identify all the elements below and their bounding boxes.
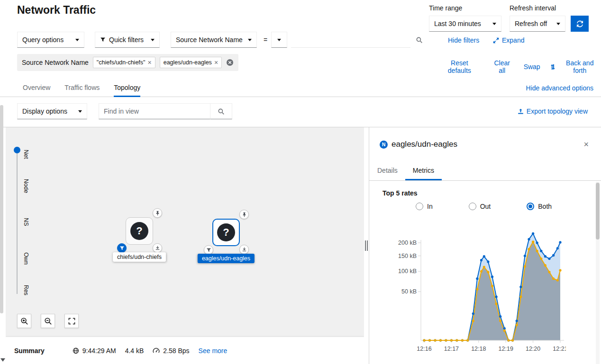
pin-badge[interactable] <box>239 210 249 219</box>
query-options-dropdown[interactable]: Query options <box>17 32 84 48</box>
see-more-link[interactable]: See more <box>199 347 228 355</box>
step-into-badge[interactable] <box>239 245 249 254</box>
tab-topology[interactable]: Topology <box>114 80 140 97</box>
step-into-icon <box>155 246 160 251</box>
swap-link[interactable]: Swap <box>524 63 540 71</box>
filter-badge[interactable] <box>117 243 127 253</box>
filter-column-value: Source Network Name <box>176 36 243 44</box>
times-circle-icon <box>226 59 234 66</box>
quick-filters-label: Quick filters <box>109 36 144 44</box>
quick-filters-dropdown[interactable]: Quick filters <box>95 32 160 48</box>
scale-label-res: Res <box>23 285 29 295</box>
tab-traffic-flows[interactable]: Traffic flows <box>64 80 100 97</box>
search-button[interactable] <box>411 33 427 46</box>
unknown-node-icon: ? <box>217 223 235 241</box>
drawer-header: N eagles/udn-eagles × <box>369 127 601 161</box>
topology-canvas[interactable]: Net Node NS Own Res ? chiefs/udn-chief <box>6 127 364 364</box>
expand-icon <box>493 37 499 44</box>
chevron-down-icon <box>75 39 79 41</box>
refresh-interval-value: Refresh off <box>515 20 547 27</box>
export-topology-link[interactable]: Export topology view <box>518 107 588 115</box>
export-label: Export topology view <box>527 107 588 115</box>
sync-icon <box>576 20 583 27</box>
direction-radios: In Out Both <box>416 203 590 210</box>
filter-icon <box>119 246 125 251</box>
zoom-in-icon <box>20 317 28 325</box>
fit-to-screen-button[interactable] <box>64 314 79 328</box>
scrollbar-thumb[interactable] <box>596 183 600 240</box>
network-traffic-app: Network Traffic Time range Last 30 minut… <box>0 0 601 364</box>
filter-chip: eagles/udn-eagles × <box>160 57 222 68</box>
filter-column-dropdown[interactable]: Source Network Name <box>171 32 257 48</box>
node-shape[interactable]: ? <box>212 219 240 246</box>
step-into-icon <box>242 247 247 252</box>
radio-out-label: Out <box>480 203 491 210</box>
back-and-forth-label: Back and forth <box>559 59 601 74</box>
tab-details[interactable]: Details <box>370 161 405 180</box>
radio-circle-icon <box>416 203 423 210</box>
zoom-in-button[interactable] <box>17 314 31 328</box>
topology-node-chiefs[interactable]: ? chiefs/udn-chiefs <box>126 217 153 245</box>
chevron-down-icon <box>151 39 155 41</box>
chevron-down-icon <box>556 23 560 25</box>
radio-in[interactable]: In <box>416 203 433 210</box>
page-scrollbar-thumb[interactable] <box>0 105 3 313</box>
radio-out[interactable]: Out <box>469 203 491 210</box>
node-shape[interactable]: ? <box>126 217 153 245</box>
drawer-title: eagles/udn-eagles <box>392 140 580 149</box>
refresh-button[interactable] <box>571 16 589 32</box>
scale-label-node: Node <box>23 179 29 193</box>
topology-node-eagles[interactable]: ? eagles/udn-eagles <box>212 219 240 246</box>
back-and-forth-link[interactable]: Back and forth <box>550 59 601 74</box>
filter-comparison-dropdown[interactable] <box>271 32 287 48</box>
filter-value-input[interactable] <box>291 32 410 48</box>
find-search-button[interactable] <box>210 103 232 119</box>
filter-icon <box>100 37 106 43</box>
chevron-down-icon <box>78 110 82 113</box>
svg-text:100 kB: 100 kB <box>398 268 417 275</box>
remove-chip-icon[interactable]: × <box>148 59 152 66</box>
step-into-badge[interactable] <box>153 243 162 253</box>
zoom-slider-track[interactable] <box>17 148 18 294</box>
node-label[interactable]: chiefs/udn-chiefs <box>113 252 166 262</box>
svg-text:12:16: 12:16 <box>417 346 431 352</box>
zoom-out-button[interactable] <box>41 314 55 328</box>
filter-badge[interactable] <box>204 245 213 255</box>
udn-badge-icon: N <box>380 141 388 149</box>
clear-chip-group-icon[interactable] <box>226 59 234 66</box>
svg-text:50 kB: 50 kB <box>401 288 417 295</box>
filter-chip-group: Source Network Name "chiefs/udn-chiefs" … <box>17 54 238 71</box>
export-icon <box>518 108 524 115</box>
gauge-icon <box>153 347 160 354</box>
close-drawer-icon[interactable]: × <box>583 140 589 150</box>
scale-label-ns: NS <box>23 218 29 226</box>
hide-filters-link[interactable]: Hide filters <box>448 36 479 44</box>
panel-scrollbar[interactable] <box>596 182 600 364</box>
radio-both[interactable]: Both <box>527 203 552 210</box>
pin-badge[interactable] <box>153 208 162 218</box>
chevron-down-icon <box>277 39 281 41</box>
svg-text:150 kB: 150 kB <box>398 253 417 259</box>
display-options-dropdown[interactable]: Display options <box>17 103 87 119</box>
clear-all-link[interactable]: Clear all <box>490 59 514 74</box>
remove-chip-icon[interactable]: × <box>214 59 218 66</box>
query-options-label: Query options <box>22 36 64 44</box>
time-range-value: Last 30 minutes <box>434 20 481 27</box>
find-in-view-input[interactable] <box>99 103 210 119</box>
reset-defaults-link[interactable]: Reset defaults <box>438 59 481 74</box>
metrics-content: Top 5 rates In Out Both <box>369 181 601 210</box>
fullscreen-icon <box>68 318 75 325</box>
tab-overview[interactable]: Overview <box>23 80 50 97</box>
tab-metrics[interactable]: Metrics <box>405 161 442 180</box>
svg-text:12:21: 12:21 <box>553 346 566 352</box>
time-range-label: Time range <box>429 4 462 12</box>
chevron-down-icon <box>248 39 252 41</box>
time-range-select[interactable]: Last 30 minutes <box>429 16 501 32</box>
zoom-slider-handle[interactable] <box>14 147 20 153</box>
expand-link[interactable]: Expand <box>493 36 524 44</box>
hide-advanced-options-link[interactable]: Hide advanced options <box>526 84 593 92</box>
refresh-interval-select[interactable]: Refresh off <box>510 16 565 32</box>
drawer-resize-handle[interactable] <box>364 127 369 364</box>
node-label[interactable]: eagles/udn-eagles <box>198 254 255 263</box>
scroll-down-arrow-icon[interactable] <box>0 358 5 362</box>
